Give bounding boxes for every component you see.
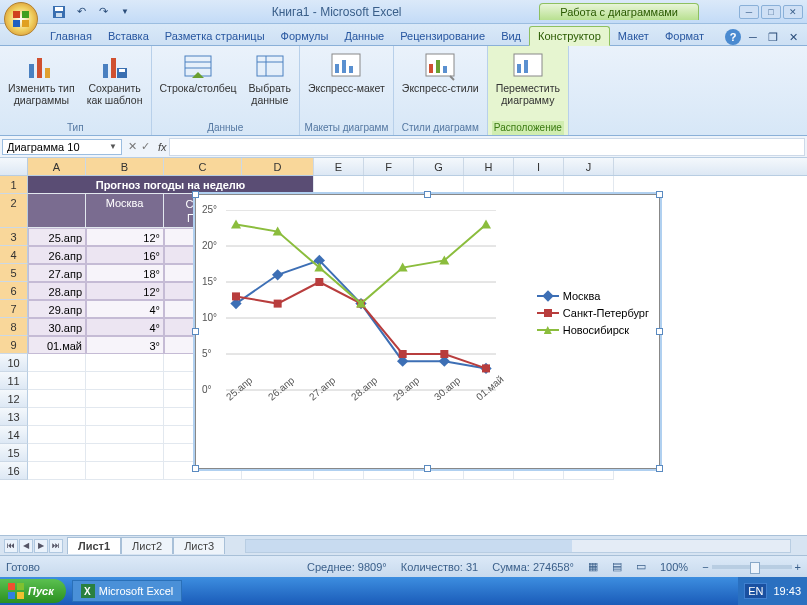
enter-formula-icon[interactable]: ✓	[141, 140, 150, 153]
cell[interactable]	[28, 462, 86, 480]
office-button[interactable]	[4, 2, 38, 36]
column-header[interactable]: C	[164, 158, 242, 175]
cell[interactable]: 26.апр	[28, 246, 86, 264]
cell[interactable]	[28, 194, 86, 228]
cell[interactable]	[28, 408, 86, 426]
row-header[interactable]: 10	[0, 354, 28, 372]
embedded-chart[interactable]: 0°5°10°15°20°25° 25.апр26.апр27.апр28.ап…	[195, 194, 660, 469]
cell[interactable]	[86, 390, 164, 408]
cell[interactable]	[86, 408, 164, 426]
cell[interactable]: 12°	[86, 282, 164, 300]
cell[interactable]: 12°	[86, 228, 164, 246]
cell[interactable]	[28, 426, 86, 444]
row-header[interactable]: 13	[0, 408, 28, 426]
fx-icon[interactable]: fx	[158, 141, 167, 153]
name-box-dropdown-icon[interactable]: ▼	[109, 142, 117, 151]
column-header[interactable]: D	[242, 158, 314, 175]
zoom-slider[interactable]	[712, 565, 792, 569]
view-page-layout-icon[interactable]: ▤	[612, 560, 622, 573]
sheet-tab[interactable]: Лист1	[67, 537, 121, 554]
view-page-break-icon[interactable]: ▭	[636, 560, 646, 573]
cell[interactable]	[464, 176, 514, 194]
worksheet-grid[interactable]: ABCDEFGHIJ 1Прогноз погоды на неделю2Мос…	[0, 158, 807, 535]
ribbon-button[interactable]: Строка/столбец	[156, 48, 241, 96]
cell[interactable]: 4°	[86, 318, 164, 336]
cell[interactable]: 4°	[86, 300, 164, 318]
legend-item[interactable]: Москва	[537, 290, 649, 302]
column-header[interactable]: E	[314, 158, 364, 175]
cell[interactable]	[314, 176, 364, 194]
cell[interactable]: 25.апр	[28, 228, 86, 246]
cell[interactable]: 28.апр	[28, 282, 86, 300]
tab-home[interactable]: Главная	[42, 27, 100, 45]
row-header[interactable]: 8	[0, 318, 28, 336]
close-button[interactable]: ✕	[783, 5, 803, 19]
name-box[interactable]: Диаграмма 10 ▼	[2, 139, 122, 155]
horizontal-scrollbar[interactable]	[245, 539, 791, 553]
cell[interactable]	[364, 176, 414, 194]
column-header[interactable]: J	[564, 158, 614, 175]
cell[interactable]	[28, 354, 86, 372]
minimize-button[interactable]: ─	[739, 5, 759, 19]
cell[interactable]	[86, 426, 164, 444]
tab-layout[interactable]: Макет	[610, 27, 657, 45]
chart-legend[interactable]: МоскваСанкт-ПетербургНовосибирск	[537, 285, 649, 341]
row-header[interactable]: 4	[0, 246, 28, 264]
row-header[interactable]: 15	[0, 444, 28, 462]
sheet-tab[interactable]: Лист3	[173, 537, 225, 554]
legend-item[interactable]: Санкт-Петербург	[537, 307, 649, 319]
column-header[interactable]: A	[28, 158, 86, 175]
cell[interactable]: 29.апр	[28, 300, 86, 318]
ribbon-button[interactable]: Выбратьданные	[245, 48, 295, 108]
undo-icon[interactable]: ↶	[72, 3, 90, 21]
cell[interactable]	[86, 354, 164, 372]
sheet-nav-next-icon[interactable]: ▶	[34, 539, 48, 553]
cell[interactable]: 18°	[86, 264, 164, 282]
row-header[interactable]: 6	[0, 282, 28, 300]
cell[interactable]	[86, 444, 164, 462]
row-header[interactable]: 7	[0, 300, 28, 318]
doc-close-icon[interactable]: ✕	[785, 29, 801, 45]
row-header[interactable]: 16	[0, 462, 28, 480]
tab-design[interactable]: Конструктор	[529, 26, 610, 46]
cancel-formula-icon[interactable]: ✕	[128, 140, 137, 153]
zoom-in-icon[interactable]: +	[795, 561, 801, 573]
tab-format[interactable]: Формат	[657, 27, 712, 45]
cell[interactable]	[86, 372, 164, 390]
cell[interactable]	[28, 372, 86, 390]
row-header[interactable]: 9	[0, 336, 28, 354]
sheet-nav-first-icon[interactable]: ⏮	[4, 539, 18, 553]
tab-formulas[interactable]: Формулы	[273, 27, 337, 45]
column-header[interactable]: H	[464, 158, 514, 175]
ribbon-button[interactable]: Сохранитькак шаблон	[83, 48, 147, 108]
tray-lang[interactable]: EN	[744, 583, 767, 599]
ribbon-button[interactable]: Изменить типдиаграммы	[4, 48, 79, 108]
column-header[interactable]: I	[514, 158, 564, 175]
cell[interactable]: 01.май	[28, 336, 86, 354]
row-header[interactable]: 12	[0, 390, 28, 408]
legend-item[interactable]: Новосибирск	[537, 324, 649, 336]
row-header[interactable]: 11	[0, 372, 28, 390]
row-header[interactable]: 2	[0, 194, 28, 228]
tab-page-layout[interactable]: Разметка страницы	[157, 27, 273, 45]
doc-minimize-icon[interactable]: ─	[745, 29, 761, 45]
cell[interactable]: 16°	[86, 246, 164, 264]
cell[interactable]	[86, 462, 164, 480]
ribbon-button[interactable]: Переместитьдиаграмму	[492, 48, 564, 108]
column-header[interactable]: F	[364, 158, 414, 175]
zoom-level[interactable]: 100%	[660, 561, 688, 573]
sheet-tab[interactable]: Лист2	[121, 537, 173, 554]
sheet-nav-last-icon[interactable]: ⏭	[49, 539, 63, 553]
save-icon[interactable]	[50, 3, 68, 21]
cell[interactable]: 30.апр	[28, 318, 86, 336]
ribbon-button[interactable]: Экспресс-стили	[398, 48, 483, 96]
cell[interactable]	[414, 176, 464, 194]
tab-insert[interactable]: Вставка	[100, 27, 157, 45]
row-header[interactable]: 14	[0, 426, 28, 444]
cell[interactable]: 27.апр	[28, 264, 86, 282]
cell[interactable]: Прогноз погоды на неделю	[28, 176, 314, 194]
qat-dropdown-icon[interactable]: ▼	[116, 3, 134, 21]
tab-review[interactable]: Рецензирование	[392, 27, 493, 45]
doc-restore-icon[interactable]: ❐	[765, 29, 781, 45]
cell[interactable]	[564, 176, 614, 194]
